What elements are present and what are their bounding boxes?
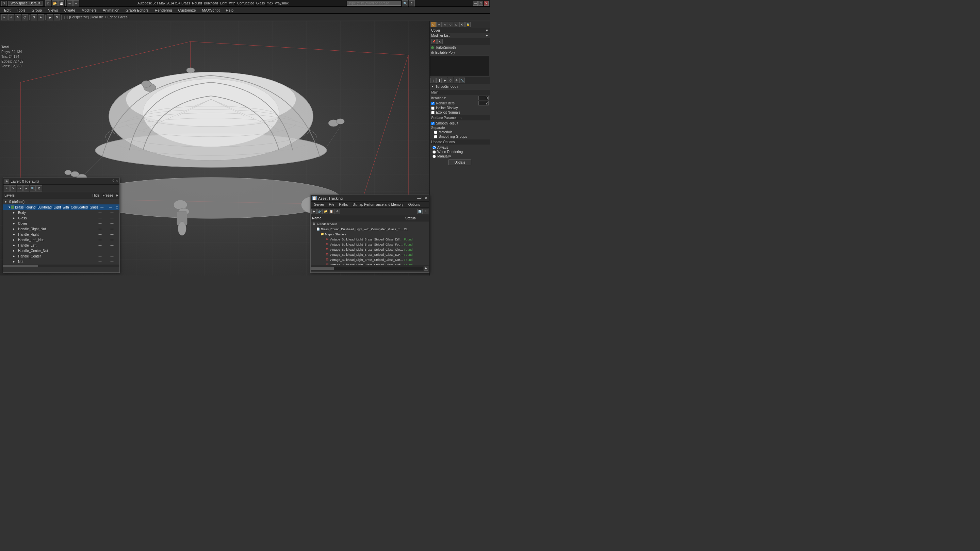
layer-hide-hcn[interactable]: —	[95, 249, 105, 252]
mod-sub5[interactable]: ⚙	[453, 78, 459, 83]
layer-hide-hc[interactable]: —	[95, 254, 105, 258]
layer-settings-btn[interactable]: ⚙	[36, 185, 42, 192]
layer-row-hcn[interactable]: ▸ Handle_Center_Nut — —	[3, 248, 119, 253]
menu-create[interactable]: Create	[61, 8, 78, 13]
asset-btn5[interactable]: ⚙	[334, 209, 340, 214]
layer-hide-hl[interactable]: —	[95, 243, 105, 247]
layer-hide-hln[interactable]: —	[95, 238, 105, 241]
rp-btn5[interactable]: D	[453, 22, 459, 27]
layer-row-default[interactable]: ◈ 0 (default) — —	[3, 199, 119, 205]
asset-menu-bitmap[interactable]: Bitmap Performance and Memory	[350, 202, 406, 207]
menu-customize[interactable]: Customize	[176, 8, 199, 13]
menu-group[interactable]: Group	[29, 8, 45, 13]
new-btn[interactable]: □	[45, 0, 51, 6]
layer-freeze-default[interactable]: —	[35, 200, 48, 203]
layer-hide-hrn[interactable]: —	[95, 227, 105, 230]
modifier-list-expand[interactable]: ▼	[485, 34, 488, 37]
turbosmooth-section[interactable]: ▼ TurboSmooth	[430, 84, 490, 89]
layer-freeze-glass[interactable]: —	[105, 216, 119, 220]
cover-expand[interactable]: ▼	[485, 29, 488, 32]
asset-row-reflection[interactable]: 🖼 Vintage_Bulkhead_Light_Brass_Striped_G…	[311, 262, 429, 265]
layer-scrollbar[interactable]	[3, 265, 119, 267]
layer-row-hc[interactable]: ▸ Handle_Center — —	[3, 253, 119, 259]
layer-hide-hr[interactable]: —	[95, 233, 105, 236]
rp-btn2[interactable]: M	[436, 22, 442, 27]
asset-footer-btn[interactable]: ▶	[424, 266, 428, 271]
mod-sub3[interactable]: ◆	[442, 78, 447, 83]
layer-row-hrn[interactable]: ▸ Handle_Right_Nut — —	[3, 226, 119, 232]
asset-row-glossiness[interactable]: 🖼 Vintage_Bulkhead_Light_Brass_Striped_G…	[311, 247, 429, 252]
menu-rendering[interactable]: Rendering	[152, 8, 175, 13]
layer-freeze-hc[interactable]: —	[105, 254, 119, 258]
asset-menu-paths[interactable]: Paths	[337, 202, 350, 207]
rp-btn3[interactable]: H	[442, 22, 447, 27]
asset-restore-btn[interactable]: □	[422, 196, 424, 200]
menu-animation[interactable]: Animation	[100, 8, 122, 13]
asset-btn3[interactable]: 📁	[323, 209, 328, 214]
mod-pin[interactable]: 📌	[431, 39, 437, 44]
rotate-tool[interactable]: ↻	[15, 14, 21, 21]
layer-freeze-hcn[interactable]: —	[105, 249, 119, 252]
layer-freeze-hr[interactable]: —	[105, 233, 119, 236]
layer-hide-default[interactable]: —	[24, 200, 35, 203]
layer-hide-glass[interactable]: —	[95, 216, 105, 220]
layer-freeze-hl[interactable]: —	[105, 243, 119, 247]
select-tool[interactable]: ↖	[2, 14, 8, 21]
layer-find-btn[interactable]: 🔍	[30, 185, 36, 192]
rp-btn1[interactable]: C	[430, 22, 436, 27]
layer-freeze-hrn[interactable]: —	[105, 227, 119, 230]
mod-sub4[interactable]: ⬡	[448, 78, 453, 83]
asset-scrollbar[interactable]	[311, 267, 423, 270]
layer-hide-cover[interactable]: —	[95, 222, 105, 225]
asset-btn4[interactable]: 📋	[329, 209, 334, 214]
rp-btn7[interactable]: 🔒	[465, 22, 471, 27]
close-button[interactable]: ✕	[484, 1, 488, 6]
asset-row-diffuse[interactable]: 🖼 Vintage_Bulkhead_Light_Brass_Striped_G…	[311, 237, 429, 242]
move-tool[interactable]: ✛	[8, 14, 14, 21]
layer-row-brass[interactable]: ▾ Brass_Round_Bulkhead_Light_with_Corrug…	[3, 205, 119, 210]
snap-btn[interactable]: S	[31, 14, 37, 21]
asset-btn2[interactable]: 🔗	[317, 209, 323, 214]
asset-menu-options[interactable]: Options	[406, 202, 422, 207]
always-radio[interactable]	[433, 146, 436, 149]
minimize-button[interactable]: —	[473, 1, 478, 6]
rp-btn6[interactable]: ⚙	[460, 22, 465, 27]
rp-btn4[interactable]: U	[448, 22, 453, 27]
asset-menu-file[interactable]: File	[327, 202, 336, 207]
layer-delete-btn[interactable]: ✕	[10, 185, 16, 192]
iterations-input[interactable]	[479, 96, 488, 100]
render-btn[interactable]: ▶	[47, 14, 53, 21]
menu-modifiers[interactable]: Modifiers	[79, 8, 99, 13]
mod-sub1[interactable]: |	[430, 78, 436, 83]
search-input[interactable]	[347, 1, 401, 6]
menu-help[interactable]: Help	[223, 8, 237, 13]
materials-checkbox[interactable]	[434, 130, 437, 134]
scale-tool[interactable]: ⬡	[22, 14, 28, 21]
when-rendering-radio[interactable]	[433, 150, 436, 154]
layer-hide-nut[interactable]: —	[95, 260, 105, 263]
layer-row-hln[interactable]: ▸ Handle_Left_Nut — —	[3, 237, 119, 243]
undo-btn[interactable]: ↩	[67, 0, 73, 6]
help-icon[interactable]: ?	[409, 0, 415, 6]
layer-freeze-hln[interactable]: —	[105, 238, 119, 241]
smooth-result-checkbox[interactable]	[431, 122, 434, 125]
layer-freeze-brass[interactable]: —	[106, 205, 116, 209]
maximize-button[interactable]: □	[479, 1, 483, 6]
layer-new-btn[interactable]: +	[4, 185, 10, 192]
mod-settings[interactable]: ⚙	[437, 39, 443, 44]
modifier-turbosmooth[interactable]: TurboSmooth	[430, 45, 490, 50]
mod-sub6[interactable]: 🔧	[460, 78, 465, 83]
search-icon[interactable]: 🔍	[402, 0, 408, 6]
layer-row-hr[interactable]: ▸ Handle_Right — —	[3, 232, 119, 237]
menu-edit[interactable]: Edit	[2, 8, 13, 13]
workspace-button[interactable]: Workspace: Default	[8, 1, 43, 6]
layer-freeze-nut[interactable]: —	[105, 260, 119, 263]
asset-menu-server[interactable]: Server	[312, 202, 326, 207]
layer-close-btn[interactable]: ✕	[115, 179, 118, 183]
layer-freeze-body[interactable]: —	[105, 211, 119, 214]
manually-radio[interactable]	[433, 155, 436, 158]
layer-sel-obj-btn[interactable]: ▸	[23, 185, 29, 192]
layer-help-btn[interactable]: ?	[112, 179, 115, 183]
open-btn[interactable]: 📂	[52, 0, 58, 6]
layer-add-sel-btn[interactable]: +▸	[17, 185, 23, 192]
